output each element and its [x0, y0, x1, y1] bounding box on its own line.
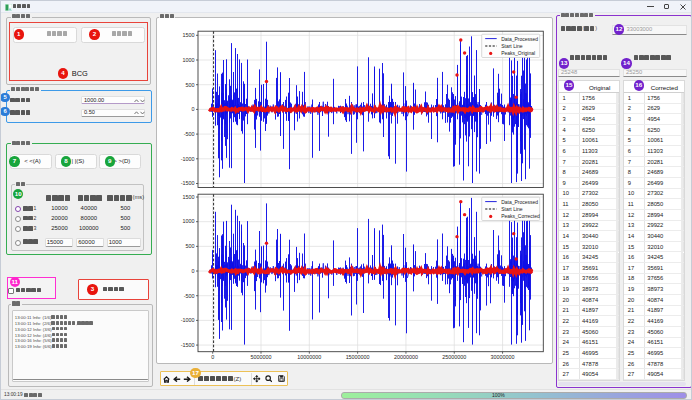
svg-text:1000: 1000 [183, 218, 195, 224]
svg-text:-1500: -1500 [181, 342, 195, 348]
svg-text:500: 500 [186, 243, 195, 249]
svg-text:Start Line: Start Line [501, 206, 523, 212]
svg-text:15000000: 15000000 [346, 354, 370, 360]
svg-text:10000000: 10000000 [297, 354, 321, 360]
svg-text:Data_Processed: Data_Processed [501, 199, 538, 205]
svg-text:-1000: -1000 [181, 156, 195, 162]
svg-text:-500: -500 [184, 131, 195, 137]
svg-text:Peaks_Original: Peaks_Original [501, 50, 535, 56]
svg-text:5000000: 5000000 [251, 354, 272, 360]
svg-text:-1500: -1500 [181, 180, 195, 186]
svg-text:0: 0 [211, 354, 214, 360]
svg-text:20000000: 20000000 [394, 354, 418, 360]
svg-text:Peaks_Corrected: Peaks_Corrected [501, 213, 540, 219]
svg-text:1500: 1500 [183, 32, 195, 38]
svg-text:0: 0 [192, 268, 195, 274]
svg-text:0: 0 [192, 106, 195, 112]
svg-text:-500: -500 [184, 293, 195, 299]
svg-text:1500: 1500 [183, 194, 195, 200]
svg-text:-1000: -1000 [181, 317, 195, 323]
svg-text:1000: 1000 [183, 57, 195, 63]
svg-text:Start Line: Start Line [501, 43, 523, 49]
svg-text:500: 500 [186, 82, 195, 88]
svg-text:30000000: 30000000 [491, 354, 515, 360]
svg-text:Data_Processed: Data_Processed [501, 36, 538, 42]
svg-text:25000000: 25000000 [442, 354, 466, 360]
